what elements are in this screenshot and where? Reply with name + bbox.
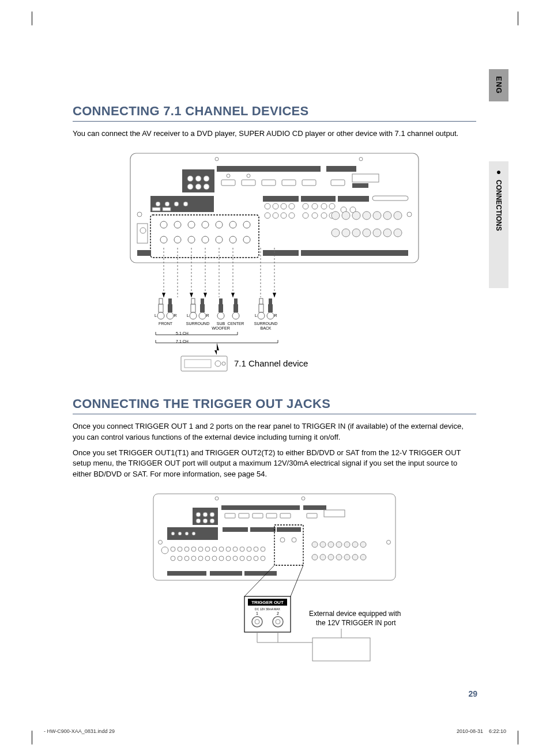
svg-point-60 <box>329 203 335 209</box>
crop-mark <box>25 12 32 25</box>
svg-point-77 <box>342 211 350 220</box>
svg-point-86 <box>140 228 146 233</box>
section-tab: ● CONNECTIONS <box>489 161 508 288</box>
svg-point-182 <box>240 556 244 561</box>
svg-rect-91 <box>168 298 172 304</box>
svg-point-160 <box>184 547 189 551</box>
svg-rect-187 <box>250 527 276 532</box>
svg-point-203 <box>344 554 350 560</box>
svg-point-152 <box>210 519 214 523</box>
section2-title: CONNECTING THE TRIGGER OUT JACKS <box>73 396 476 414</box>
svg-point-76 <box>331 211 340 220</box>
svg-text:External device equipped with: External device equipped with <box>309 610 401 618</box>
svg-point-200 <box>320 554 326 560</box>
svg-rect-188 <box>277 527 301 532</box>
page-number: 29 <box>468 689 477 698</box>
svg-point-55 <box>281 213 287 218</box>
svg-point-52 <box>289 203 295 209</box>
svg-point-179 <box>219 556 224 561</box>
footer-time: 6:22:10 <box>489 728 506 734</box>
svg-point-49 <box>265 203 270 209</box>
svg-point-168 <box>240 547 244 551</box>
svg-text:L: L <box>155 313 157 317</box>
svg-point-82 <box>352 229 360 237</box>
svg-point-174 <box>184 556 189 561</box>
svg-point-185 <box>261 556 265 561</box>
svg-rect-98 <box>191 304 195 312</box>
svg-text:7.1 Channel device: 7.1 Channel device <box>234 358 308 368</box>
svg-rect-140 <box>239 513 249 518</box>
svg-point-32 <box>160 221 167 228</box>
page-content: CONNECTING 7.1 CHANNEL DEVICES You can c… <box>73 104 476 685</box>
svg-point-170 <box>254 547 258 551</box>
svg-point-41 <box>188 236 195 243</box>
svg-point-54 <box>273 213 278 218</box>
svg-point-183 <box>247 556 251 561</box>
svg-point-51 <box>281 203 287 209</box>
svg-point-37 <box>229 221 236 228</box>
svg-point-172 <box>171 556 175 561</box>
svg-point-36 <box>216 221 223 228</box>
svg-point-156 <box>185 532 189 535</box>
svg-rect-9 <box>221 180 235 186</box>
svg-rect-97 <box>191 298 195 304</box>
svg-point-53 <box>265 213 270 218</box>
svg-point-18 <box>187 176 193 182</box>
svg-rect-30 <box>163 207 171 211</box>
svg-point-99 <box>190 312 197 319</box>
svg-point-23 <box>204 184 209 190</box>
svg-point-155 <box>178 532 182 535</box>
svg-point-93 <box>167 312 174 319</box>
svg-rect-46 <box>263 196 299 202</box>
svg-point-59 <box>321 203 327 209</box>
section2-para2: Once you set TRIGGER OUT1(T1) and TRIGGE… <box>73 448 476 481</box>
svg-point-7 <box>227 174 230 177</box>
svg-rect-208 <box>244 571 277 576</box>
svg-point-8 <box>247 174 250 177</box>
svg-point-83 <box>363 229 371 237</box>
svg-text:CENTER: CENTER <box>228 322 244 326</box>
svg-point-159 <box>178 547 182 551</box>
svg-point-171 <box>261 547 265 551</box>
svg-point-148 <box>203 512 208 517</box>
svg-rect-12 <box>282 180 296 186</box>
svg-rect-206 <box>167 571 206 576</box>
svg-point-178 <box>212 556 217 561</box>
svg-rect-225 <box>312 638 370 661</box>
svg-text:L: L <box>255 313 257 317</box>
svg-rect-207 <box>210 571 242 576</box>
svg-text:1: 1 <box>256 611 258 615</box>
svg-text:BACK: BACK <box>260 326 271 330</box>
svg-point-75 <box>394 229 402 237</box>
svg-text:WOOFER: WOOFER <box>212 326 230 330</box>
svg-rect-101 <box>200 304 205 312</box>
svg-point-73 <box>373 229 381 237</box>
svg-point-22 <box>195 184 201 190</box>
svg-point-192 <box>312 542 318 547</box>
svg-point-149 <box>210 512 214 517</box>
svg-rect-16 <box>352 183 368 188</box>
svg-point-72 <box>394 211 402 220</box>
svg-point-90 <box>157 312 164 319</box>
svg-point-157 <box>192 532 195 535</box>
svg-rect-84 <box>333 250 408 256</box>
svg-rect-100 <box>201 298 204 304</box>
language-tab: ENG <box>489 69 508 101</box>
svg-rect-10 <box>242 180 255 186</box>
svg-point-117 <box>258 312 265 319</box>
svg-point-108 <box>217 312 224 319</box>
svg-rect-29 <box>152 207 160 211</box>
svg-point-193 <box>320 542 326 547</box>
svg-point-201 <box>328 554 334 560</box>
svg-point-154 <box>171 532 175 535</box>
svg-text:2: 2 <box>277 611 279 615</box>
svg-point-158 <box>171 547 175 551</box>
svg-point-163 <box>205 547 210 551</box>
svg-point-40 <box>174 236 181 243</box>
svg-point-43 <box>216 236 223 243</box>
svg-point-120 <box>267 312 274 319</box>
svg-rect-119 <box>268 304 273 312</box>
svg-point-209 <box>161 547 168 554</box>
svg-rect-48 <box>338 196 369 202</box>
svg-rect-116 <box>259 304 263 312</box>
